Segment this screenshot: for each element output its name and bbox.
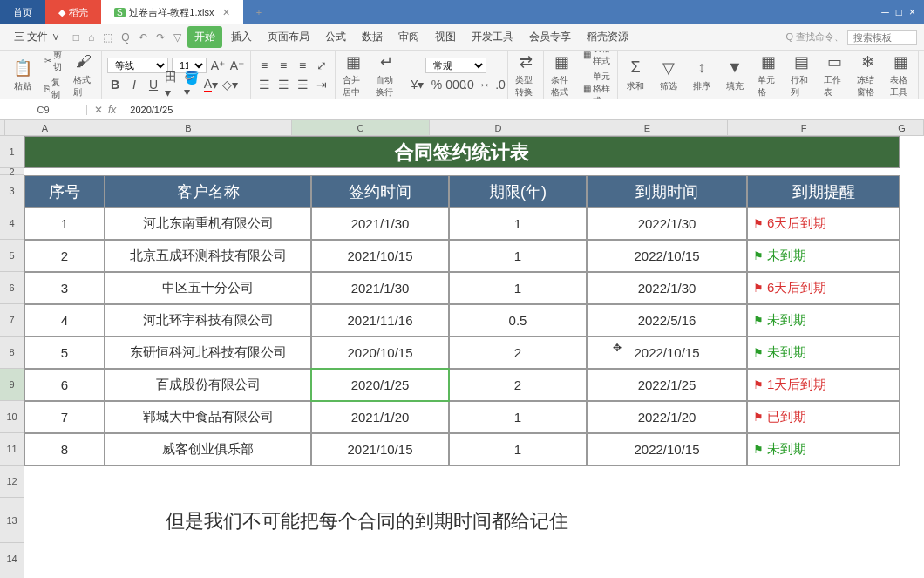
cell-term-6[interactable]: 1 bbox=[449, 401, 587, 433]
cells-area[interactable]: 合同签约统计表序号客户名称签约时间期限(年)到期时间到期提醒1河北东南重机有限公… bbox=[24, 136, 924, 578]
cell-name-2[interactable]: 中区五十分公司 bbox=[105, 272, 311, 304]
paste-button[interactable]: 📋粘贴 bbox=[9, 56, 37, 94]
cell-remind-6[interactable]: ⚑已到期 bbox=[747, 401, 900, 433]
menu-开发工具[interactable]: 开发工具 bbox=[465, 26, 520, 48]
add-tab-button[interactable]: + bbox=[243, 0, 275, 24]
fill-button[interactable]: ▼填充 bbox=[721, 56, 749, 94]
row-header-5[interactable]: 5 bbox=[0, 240, 24, 272]
window-max-icon[interactable]: □ bbox=[896, 6, 902, 18]
wrap-text-button[interactable]: ↵自动换行 bbox=[372, 51, 400, 99]
menu-视图[interactable]: 视图 bbox=[428, 26, 463, 48]
quick-access-button[interactable]: ▽ bbox=[171, 30, 184, 45]
cell-due-3[interactable]: 2022/5/16 bbox=[587, 304, 747, 337]
header-4[interactable]: 到期时间 bbox=[587, 175, 747, 207]
cell-seq-5[interactable]: 6 bbox=[24, 369, 105, 401]
cell-term-4[interactable]: 2 bbox=[449, 337, 587, 369]
bold-icon[interactable]: B bbox=[107, 77, 123, 92]
menu-数据[interactable]: 数据 bbox=[355, 26, 390, 48]
menu-开始[interactable]: 开始 bbox=[187, 26, 222, 48]
sheet-button[interactable]: ▭工作表 bbox=[820, 51, 848, 99]
align-mid-icon[interactable]: ≡ bbox=[275, 58, 291, 73]
cell-sign-7[interactable]: 2021/10/15 bbox=[311, 433, 449, 466]
name-box[interactable]: C9 bbox=[0, 105, 87, 115]
comma-icon[interactable]: 000 bbox=[448, 77, 464, 92]
row-header-3[interactable]: 3 bbox=[0, 175, 24, 207]
cell-sign-4[interactable]: 2020/10/15 bbox=[311, 337, 449, 369]
cell-term-2[interactable]: 1 bbox=[449, 272, 587, 304]
search-input[interactable] bbox=[847, 30, 917, 45]
menu-页面布局[interactable]: 页面布局 bbox=[261, 26, 316, 48]
type-convert-button[interactable]: ⇄类型转换 bbox=[512, 51, 540, 99]
italic-icon[interactable]: I bbox=[126, 77, 142, 92]
percent-icon[interactable]: % bbox=[429, 77, 445, 92]
cell-seq-7[interactable]: 8 bbox=[24, 433, 105, 466]
cond-format-button[interactable]: ▦条件格式 bbox=[547, 51, 575, 99]
header-1[interactable]: 客户名称 bbox=[105, 175, 311, 207]
tab-home[interactable]: 首页 bbox=[0, 0, 45, 24]
window-min-icon[interactable]: ─ bbox=[881, 6, 889, 18]
cell-due-6[interactable]: 2022/1/20 bbox=[587, 401, 747, 433]
row-header-12[interactable]: 12 bbox=[0, 466, 24, 498]
cell-remind-4[interactable]: ⚑未到期 bbox=[747, 337, 900, 369]
filter-button[interactable]: ▽筛选 bbox=[655, 56, 683, 94]
rowcol-button[interactable]: ▤行和列 bbox=[787, 51, 815, 99]
cell-seq-2[interactable]: 3 bbox=[24, 272, 105, 304]
menu-会员专享[interactable]: 会员专享 bbox=[522, 26, 578, 48]
menu-公式[interactable]: 公式 bbox=[318, 26, 353, 48]
cell-term-3[interactable]: 0.5 bbox=[449, 304, 587, 337]
indent-icon[interactable]: ⇥ bbox=[314, 77, 330, 92]
row-header-9[interactable]: 9 bbox=[0, 369, 24, 401]
cell-sign-3[interactable]: 2021/11/16 bbox=[311, 304, 449, 337]
tab-docer[interactable]: ◆ 稻壳 bbox=[45, 0, 101, 24]
cell-seq-3[interactable]: 4 bbox=[24, 304, 105, 337]
col-header-C[interactable]: C bbox=[292, 120, 430, 136]
col-header-F[interactable]: F bbox=[728, 120, 880, 136]
dec-decimal-icon[interactable]: ←.0 bbox=[486, 77, 502, 92]
quick-access-button[interactable]: ⬚ bbox=[100, 30, 115, 45]
font-color-icon[interactable]: A▾ bbox=[203, 77, 219, 92]
header-3[interactable]: 期限(年) bbox=[449, 175, 587, 207]
cut-button[interactable]: ✂ 剪切 bbox=[42, 51, 65, 74]
underline-icon[interactable]: U bbox=[146, 77, 161, 92]
row-header-14[interactable]: 14 bbox=[0, 543, 24, 575]
row-header-8[interactable]: 8 bbox=[0, 337, 24, 369]
row-header-13[interactable]: 13 bbox=[0, 498, 24, 543]
header-0[interactable]: 序号 bbox=[24, 175, 105, 207]
cell-due-4[interactable]: 2022/10/15 bbox=[587, 337, 747, 369]
cell-remind-5[interactable]: ⚑1天后到期 bbox=[747, 369, 900, 401]
quick-access-button[interactable]: ↶ bbox=[136, 30, 150, 45]
col-header-D[interactable]: D bbox=[430, 120, 567, 136]
quick-access-button[interactable]: ⌂ bbox=[85, 30, 97, 45]
formula-input[interactable]: 2020/1/25 bbox=[123, 105, 924, 115]
file-menu[interactable]: 三 文件 ∨ bbox=[7, 26, 67, 48]
cell-seq-4[interactable]: 5 bbox=[24, 337, 105, 369]
cell-sign-0[interactable]: 2021/1/30 bbox=[311, 207, 449, 240]
decrease-font-icon[interactable]: A⁻ bbox=[229, 58, 245, 73]
number-format-select[interactable]: 常规 bbox=[425, 58, 486, 73]
menu-插入[interactable]: 插入 bbox=[224, 26, 259, 48]
cell-remind-3[interactable]: ⚑未到期 bbox=[747, 304, 900, 337]
tab-file[interactable]: S 过卷吉祥-教程1.xlsx × bbox=[101, 0, 243, 24]
row-header-1[interactable]: 1 bbox=[0, 136, 24, 168]
cell-term-0[interactable]: 1 bbox=[449, 207, 587, 240]
align-bot-icon[interactable]: ≡ bbox=[295, 58, 310, 73]
cell-name-5[interactable]: 百成股份有限公司 bbox=[105, 369, 311, 401]
cell-term-7[interactable]: 1 bbox=[449, 433, 587, 466]
increase-font-icon[interactable]: A⁺ bbox=[210, 58, 226, 73]
quick-access-button[interactable]: □ bbox=[71, 30, 82, 45]
row-header-4[interactable]: 4 bbox=[0, 207, 24, 240]
menu-稻壳资源[interactable]: 稻壳资源 bbox=[580, 26, 635, 48]
cell-remind-7[interactable]: ⚑未到期 bbox=[747, 433, 900, 466]
inc-decimal-icon[interactable]: .0→ bbox=[467, 77, 483, 92]
cell-due-5[interactable]: 2022/1/25 bbox=[587, 369, 747, 401]
cell-sign-1[interactable]: 2021/10/15 bbox=[311, 240, 449, 272]
currency-icon[interactable]: ¥▾ bbox=[410, 77, 425, 92]
merge-center-button[interactable]: ▦合并居中 bbox=[339, 51, 367, 99]
sum-button[interactable]: Σ求和 bbox=[622, 56, 649, 94]
cell-name-4[interactable]: 东研恒科河北科技有限公司 bbox=[105, 337, 311, 369]
font-name-select[interactable]: 等线 bbox=[107, 58, 168, 73]
header-2[interactable]: 签约时间 bbox=[311, 175, 449, 207]
col-header-B[interactable]: B bbox=[85, 120, 292, 136]
align-top-icon[interactable]: ≡ bbox=[256, 58, 272, 73]
table-style-button[interactable]: ▦ 表格样式 bbox=[581, 51, 614, 68]
